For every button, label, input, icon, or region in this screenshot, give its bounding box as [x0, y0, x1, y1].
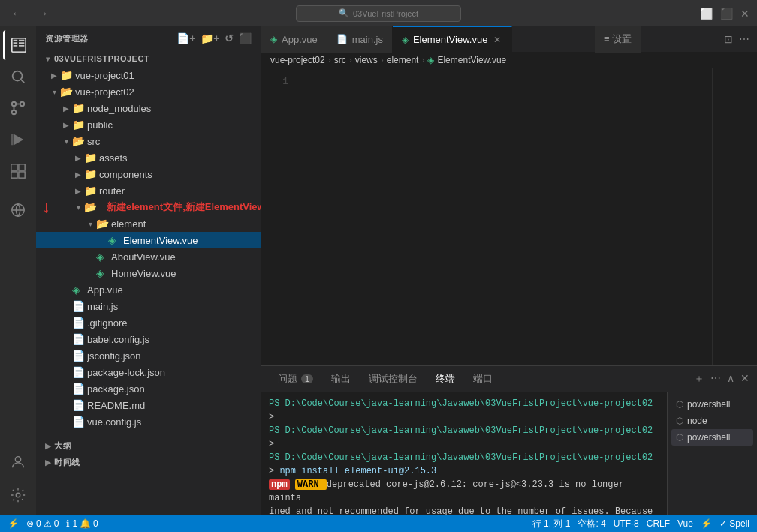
collapse-icon[interactable]: ⬛	[239, 32, 252, 44]
status-spell[interactable]: ✓ Spell	[719, 518, 749, 530]
run-activity-icon[interactable]	[3, 125, 33, 155]
panel-tab-ports[interactable]: 端口	[464, 366, 502, 392]
close-icon[interactable]: ✕	[740, 8, 749, 20]
editor-content[interactable]: 1	[261, 68, 757, 365]
extensions-activity-icon[interactable]	[3, 156, 33, 186]
split-editor-icon[interactable]: ⊡	[724, 33, 733, 45]
search-activity-icon[interactable]	[3, 62, 33, 92]
label-package-json: package.json	[87, 383, 145, 395]
sidebar-header: 资源管理器 📄+ 📁+ ↺ ⬛	[36, 26, 261, 50]
tab-app-vue[interactable]: ◈ App.vue	[261, 26, 327, 53]
sidebar-timeline[interactable]: ▶ 时间线	[36, 454, 261, 470]
remote-activity-icon[interactable]	[3, 195, 33, 225]
tree-item-homeview[interactable]: ◈ HomeView.vue	[36, 265, 261, 281]
tab-elementview-vue[interactable]: ◈ ElementView.vue ✕	[393, 26, 513, 53]
status-encoding[interactable]: UTF-8	[614, 518, 639, 530]
status-vetur[interactable]: ⚡	[701, 518, 712, 530]
terminal-path-2: PS D:\Code\Course\java-learning\Javaweb\…	[269, 425, 653, 436]
new-file-icon[interactable]: 📄+	[176, 32, 196, 44]
sidebar-outline[interactable]: ▶ 大纲	[36, 437, 261, 454]
tree-item-components[interactable]: ▶ 📁 components	[36, 166, 261, 182]
svg-point-4	[20, 102, 25, 107]
more-actions-icon[interactable]: ⋯	[739, 33, 749, 45]
tree-item-app-vue[interactable]: ◈ App.vue	[36, 281, 261, 298]
svg-rect-11	[19, 164, 25, 170]
tree-item-package-json[interactable]: 📄 package.json	[36, 380, 261, 397]
breadcrumb-project[interactable]: vue-project02	[270, 55, 325, 65]
tree-item-gitignore[interactable]: 📄 .gitignore	[36, 314, 261, 331]
panel-tab-label-output: 输出	[331, 372, 351, 386]
terminal-session-node[interactable]: ⬡ node	[671, 413, 753, 429]
tree-item-public[interactable]: ▶ 📁 public	[36, 116, 261, 133]
source-control-activity-icon[interactable]	[3, 93, 33, 123]
tree-item-assets[interactable]: ▶ 📁 assets	[36, 149, 261, 166]
arrow-vue-project01: ▶	[48, 71, 60, 80]
tab-main-js[interactable]: 📄 main.js	[327, 26, 393, 53]
tree-item-element[interactable]: ▾ 📂 element	[36, 215, 261, 232]
status-errors[interactable]: ⊗ 0 ⚠ 0	[26, 518, 59, 529]
tree-item-package-lock[interactable]: 📄 package-lock.json	[36, 364, 261, 380]
status-language[interactable]: Vue	[677, 518, 693, 530]
status-info[interactable]: ℹ 1 🔔 0	[66, 518, 98, 529]
tab-settings[interactable]: ≡ 设置	[595, 26, 641, 53]
panel-content[interactable]: PS D:\Code\Course\java-learning\Javaweb\…	[261, 392, 667, 515]
panel-move-icon[interactable]: ∧	[727, 372, 734, 386]
project-root[interactable]: ▾ 03VUEFRISTPROJECT	[36, 50, 261, 67]
settings-activity-icon[interactable]	[3, 480, 33, 510]
breadcrumb-src[interactable]: src	[334, 55, 346, 65]
sidebar-header-actions: 📄+ 📁+ ↺ ⬛	[176, 32, 252, 44]
tab-close-elementview[interactable]: ✕	[492, 34, 502, 46]
files-activity-icon[interactable]	[3, 30, 33, 60]
title-bar-search[interactable]: 🔍 03VueFristProject	[296, 5, 461, 22]
panel-tab-label-terminal: 终端	[436, 372, 455, 386]
tree-item-views[interactable]: ▾ 📂 views 新建element文件,新建ElementView.vue	[36, 199, 261, 215]
status-spaces[interactable]: 空格: 4	[578, 518, 605, 530]
terminal-line-4: >	[269, 437, 659, 451]
breadcrumb-element[interactable]: element	[387, 55, 419, 65]
tree-item-jsconfig[interactable]: 📄 jsconfig.json	[36, 347, 261, 364]
tree-item-elementview-vue[interactable]: ◈ ElementView.vue	[36, 232, 261, 248]
terminal-session-powershell-2[interactable]: ⬡ powershell	[671, 429, 753, 446]
status-eol[interactable]: CRLF	[647, 518, 670, 530]
back-button[interactable]: ←	[8, 5, 27, 22]
tree-item-babel[interactable]: 📄 babel.config.js	[36, 331, 261, 347]
file-icon-babel: 📄	[72, 333, 84, 345]
status-remote[interactable]: ⚡	[8, 518, 19, 529]
terminal-session-powershell-1[interactable]: ⬡ powershell	[671, 396, 753, 413]
editor-code[interactable]	[291, 68, 712, 365]
add-terminal-icon[interactable]: ＋	[694, 372, 704, 386]
account-activity-icon[interactable]	[3, 447, 33, 477]
new-folder-icon[interactable]: 📁+	[201, 32, 220, 44]
panel-more-icon[interactable]: ⋯	[710, 372, 721, 386]
tree-item-aboutview[interactable]: ◈ AboutView.vue	[36, 248, 261, 265]
maximize-icon[interactable]: ⬛	[720, 8, 733, 20]
refresh-icon[interactable]: ↺	[225, 32, 234, 44]
terminal-line-7: npm WARN deprecated core-js@2.6.12: core…	[269, 478, 659, 505]
status-position[interactable]: 行 1, 列 1	[532, 518, 571, 530]
tree-item-vue-project02[interactable]: ▾ 📂 vue-project02	[36, 83, 261, 100]
file-icon-readme: 📄	[72, 399, 84, 411]
breadcrumb-views[interactable]: views	[355, 55, 378, 65]
minimize-icon[interactable]: ⬜	[700, 8, 713, 20]
panel-tab-output[interactable]: 输出	[322, 366, 360, 392]
folder-icon-views: 📂	[84, 201, 96, 213]
tree-item-vue-config[interactable]: 📄 vue.config.js	[36, 413, 261, 430]
tree-item-src[interactable]: ▾ 📂 src	[36, 133, 261, 149]
tree-item-vue-project01[interactable]: ▶ 📁 vue-project01	[36, 67, 261, 83]
tree-item-main-js[interactable]: 📄 main.js	[36, 298, 261, 314]
file-tree: ▾ 03VUEFRISTPROJECT ▶ 📁 vue-project01 ▾ …	[36, 50, 261, 515]
status-remote-icon: ⚡	[8, 518, 19, 529]
breadcrumb-file[interactable]: ◈ElementView.vue	[427, 55, 506, 65]
tree-item-node-modules[interactable]: ▶ 📁 node_modules	[36, 100, 261, 116]
status-vetur-icon: ⚡	[701, 518, 712, 529]
tree-item-readme[interactable]: 📄 README.md	[36, 397, 261, 413]
search-icon: 🔍	[339, 8, 349, 18]
panel-tab-problems[interactable]: 问题 1	[269, 366, 322, 392]
svg-point-3	[12, 110, 17, 115]
forward-button[interactable]: →	[33, 5, 53, 22]
panel-tab-debug[interactable]: 调试控制台	[360, 366, 427, 392]
label-vue-project02: vue-project02	[75, 86, 134, 98]
panel-close-icon[interactable]: ✕	[740, 372, 749, 386]
panel-tab-terminal[interactable]: 终端	[427, 366, 464, 392]
tree-item-router[interactable]: ▶ 📁 router	[36, 182, 261, 199]
